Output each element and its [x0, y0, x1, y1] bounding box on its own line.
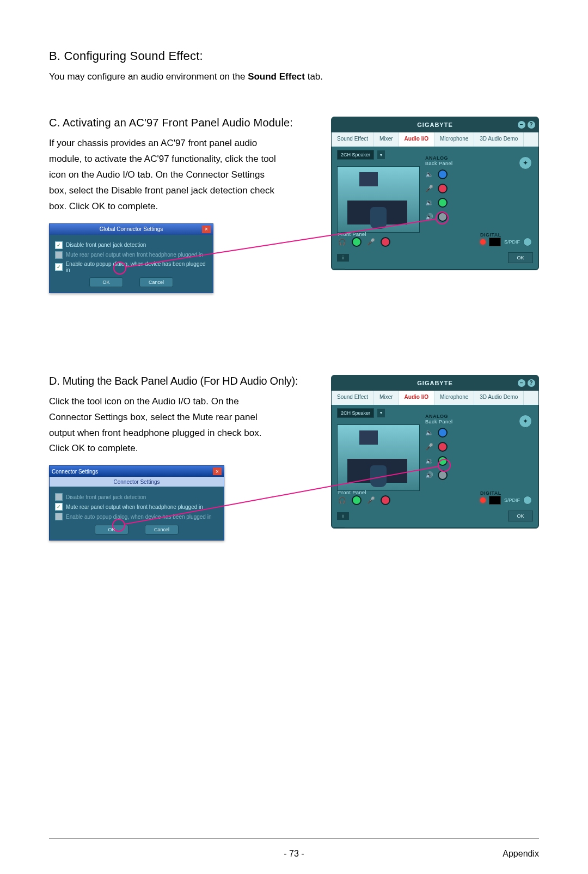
jack-side[interactable]	[438, 212, 448, 222]
room-preview	[337, 166, 420, 233]
spdif-led-icon	[480, 497, 486, 503]
global-connector-settings-dialog: Global Connector Settings × ✓ Disable fr…	[49, 223, 213, 293]
front-jack-hp[interactable]	[352, 495, 362, 505]
tab-microphone[interactable]: Microphone	[434, 132, 474, 147]
cs-mute-rear-checkbox[interactable]: ✓	[55, 503, 63, 511]
ok-button[interactable]: OK	[89, 277, 123, 287]
tab-3d-demo[interactable]: 3D Audio Demo	[474, 391, 524, 405]
play-icon[interactable]: ▶	[334, 269, 345, 270]
side-icon: 🔊	[425, 471, 433, 479]
section-d-row: D. Muting the Back Panel Audio (For HD A…	[49, 375, 539, 541]
spdif-led-icon	[480, 239, 486, 245]
tab-sound-effect[interactable]: Sound Effect	[332, 391, 374, 405]
panel-brand: GIGABYTE	[417, 122, 452, 128]
tab-3d-demo[interactable]: 3D Audio Demo	[474, 132, 524, 147]
chevron-down-icon[interactable]: ▾	[377, 409, 385, 417]
tab-sound-effect[interactable]: Sound Effect	[332, 132, 374, 147]
spdif-label: S/PDIF	[504, 239, 520, 245]
digital-label: DIGITAL	[480, 232, 532, 238]
digital-gear-icon[interactable]	[523, 238, 532, 246]
section-b-body: You may configure an audio environment o…	[49, 70, 474, 84]
tab-audio-io[interactable]: Audio I/O	[399, 132, 434, 147]
dialog-title: Global Connector Settings	[100, 226, 163, 232]
mic-icon: 🎤	[425, 185, 433, 192]
minimize-icon[interactable]: –	[518, 121, 525, 129]
back-panel-label: Back Panel	[425, 161, 533, 166]
panel-tabs: Sound Effect Mixer Audio I/O Microphone …	[332, 132, 538, 147]
tab-audio-io[interactable]: Audio I/O	[399, 391, 434, 405]
digital-label: DIGITAL	[480, 490, 532, 496]
jack-line-out[interactable]	[438, 456, 448, 466]
cs-subtitle: Connector Settings	[50, 477, 224, 487]
speaker-config-select[interactable]: 2CH Speaker	[337, 150, 374, 160]
section-b-title: B. Configuring Sound Effect:	[49, 49, 539, 63]
front-panel-label: Front Panel	[338, 490, 390, 495]
jack-mic[interactable]	[438, 442, 448, 452]
panel-ok-button[interactable]: OK	[508, 511, 533, 521]
speaker-config-select[interactable]: 2CH Speaker	[337, 408, 374, 418]
front-jack-mic[interactable]	[381, 237, 390, 247]
jack-side[interactable]	[438, 470, 448, 480]
analog-label: ANALOG	[425, 155, 533, 161]
gear-icon[interactable]: ✦	[519, 415, 532, 428]
panel-ok-button[interactable]: OK	[508, 252, 533, 263]
disable-front-jack-checkbox[interactable]: ✓	[55, 241, 63, 249]
footer-section: Appendix	[503, 849, 539, 859]
connector-settings-dialog: Connector Settings × Connector Settings …	[49, 465, 224, 541]
section-d-body: Click the tool icon on the Audio I/O tab…	[49, 394, 283, 457]
audio-manager-panel: GIGABYTE – ? Sound Effect Mixer Audio I/…	[331, 117, 539, 270]
chevron-down-icon[interactable]: ▾	[377, 150, 385, 159]
section-d-title: D. Muting the Back Panel Audio (For HD A…	[49, 375, 317, 387]
section-c-body: If your chassis provides an AC'97 front …	[49, 136, 283, 214]
room-preview	[337, 424, 420, 491]
jack-line-in[interactable]	[438, 428, 448, 438]
spdif-chip-icon	[489, 238, 501, 246]
close-icon[interactable]: ×	[202, 226, 211, 233]
front-panel-label: Front Panel	[338, 232, 390, 237]
cs-cancel-button[interactable]: Cancel	[145, 525, 179, 535]
front-jack-mic[interactable]	[381, 495, 390, 505]
cs-auto-popup-checkbox[interactable]	[55, 513, 63, 520]
disable-front-jack-label: Disable front panel jack detection	[66, 242, 146, 248]
mic-front-icon: 🎤	[367, 496, 375, 504]
front-jack-hp[interactable]	[352, 237, 362, 247]
section-c-row: C. Activating an AC'97 Front Panel Audio…	[49, 117, 539, 293]
help-icon[interactable]: ?	[528, 379, 535, 387]
audio-manager-panel-2: GIGABYTE – ? Sound Effect Mixer Audio I/…	[331, 375, 539, 529]
headphone-icon: 🎧	[338, 496, 346, 504]
play-icon[interactable]: ▶	[334, 527, 345, 529]
digital-gear-icon[interactable]	[523, 496, 532, 505]
jack-line-out[interactable]	[438, 198, 448, 208]
line-in-icon: 🔈	[425, 429, 433, 436]
section-c-title: C. Activating an AC'97 Front Panel Audio…	[49, 117, 317, 129]
spdif-label: S/PDIF	[504, 497, 520, 503]
help-icon[interactable]: ?	[528, 121, 535, 129]
cancel-button[interactable]: Cancel	[139, 277, 173, 287]
minimize-icon[interactable]: –	[518, 379, 525, 387]
tab-mixer[interactable]: Mixer	[374, 391, 399, 405]
close-icon[interactable]: ×	[213, 468, 222, 475]
manual-page: B. Configuring Sound Effect: You may con…	[0, 0, 588, 874]
spdif-chip-icon	[489, 496, 501, 505]
auto-popup-checkbox[interactable]: ✓	[55, 263, 63, 271]
info-icon[interactable]: i	[337, 512, 349, 520]
page-number: - 73 -	[284, 849, 304, 859]
jack-line-in[interactable]	[438, 169, 448, 179]
cs-opt1-label: Disable front panel jack detection	[66, 494, 146, 500]
tab-microphone[interactable]: Microphone	[434, 391, 474, 405]
back-panel-label: Back Panel	[425, 419, 533, 424]
gear-icon[interactable]: ✦	[519, 156, 532, 169]
info-icon[interactable]: i	[337, 254, 349, 262]
mic-icon: 🎤	[425, 443, 433, 451]
page-footer: - 73 - Appendix	[49, 849, 539, 859]
jack-mic[interactable]	[438, 184, 448, 193]
tab-mixer[interactable]: Mixer	[374, 132, 399, 147]
side-icon: 🔊	[425, 213, 433, 221]
headphone-icon: 🎧	[338, 238, 346, 246]
mute-rear-checkbox[interactable]	[55, 251, 63, 259]
cs-dialog-title: Connector Settings	[52, 469, 98, 475]
cs-disable-front-checkbox[interactable]	[55, 493, 63, 501]
mute-rear-label: Mute rear panel output when front headph…	[66, 252, 203, 258]
cs-ok-button[interactable]: OK	[95, 525, 128, 535]
mic-front-icon: 🎤	[367, 238, 375, 246]
